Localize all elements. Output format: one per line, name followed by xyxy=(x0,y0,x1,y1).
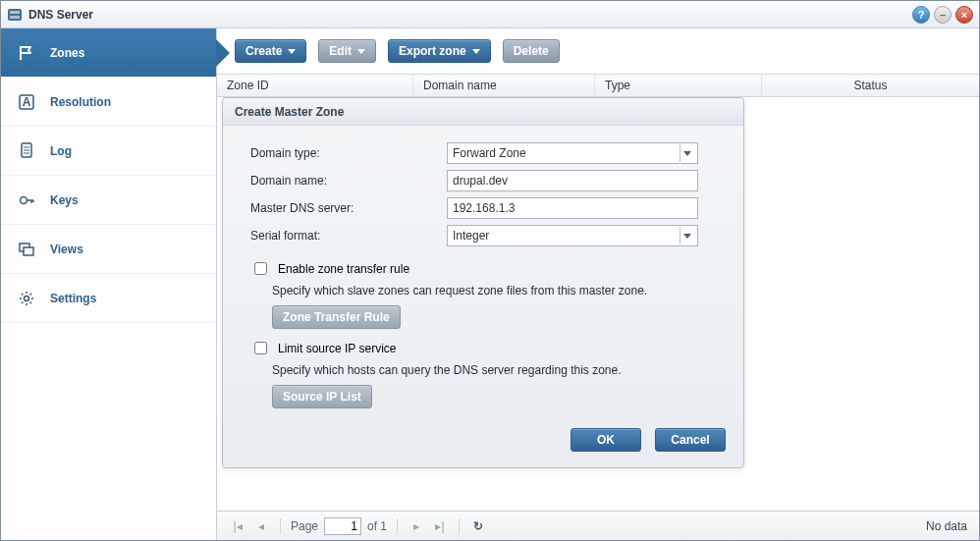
separator xyxy=(459,518,460,534)
grid-body: Create Master Zone Domain type: Forward … xyxy=(217,97,979,511)
refresh-button[interactable]: ↻ xyxy=(469,517,487,535)
views-icon xyxy=(17,240,36,259)
separator xyxy=(280,518,281,534)
domain-name-label: Domain name: xyxy=(250,174,447,188)
zone-transfer-rule-label: Zone Transfer Rule xyxy=(283,310,390,324)
sidebar-item-views[interactable]: Views xyxy=(1,225,216,274)
column-type[interactable]: Type xyxy=(595,75,762,96)
titlebar-buttons: ? – × xyxy=(912,6,973,24)
serial-format-select[interactable]: Integer xyxy=(447,225,698,246)
resolution-icon: A xyxy=(17,92,36,112)
page-label: Page xyxy=(291,519,318,533)
limit-source-ip-label: Limit source IP service xyxy=(278,342,397,355)
create-button-label: Create xyxy=(245,44,282,58)
first-page-button: |◂ xyxy=(229,517,246,535)
svg-rect-0 xyxy=(8,9,22,21)
svg-point-9 xyxy=(21,196,27,203)
toolbar: Create Edit Export zone Delete xyxy=(217,28,979,74)
sidebar-item-label: Keys xyxy=(50,193,79,207)
separator xyxy=(397,518,398,534)
ok-button-label: OK xyxy=(597,433,615,447)
delete-button-label: Delete xyxy=(514,44,549,58)
domain-type-label: Domain type: xyxy=(250,146,447,160)
svg-point-12 xyxy=(25,296,29,300)
main-panel: Create Edit Export zone Delete Zone ID D… xyxy=(217,28,979,540)
page-number-input[interactable] xyxy=(324,517,361,535)
domain-name-input[interactable] xyxy=(447,170,698,191)
statusbar: |◂ ◂ Page of 1 ▸ ▸| ↻ No data xyxy=(217,511,979,540)
limit-source-ip-checkbox[interactable] xyxy=(254,342,267,354)
column-status[interactable]: Status xyxy=(762,75,979,96)
serial-format-label: Serial format: xyxy=(250,229,447,243)
ok-button[interactable]: OK xyxy=(571,428,641,452)
app-icon xyxy=(7,7,23,23)
master-dns-input[interactable] xyxy=(447,197,698,219)
edit-button-label: Edit xyxy=(329,44,352,58)
domain-type-value: Forward Zone xyxy=(453,146,526,160)
edit-button[interactable]: Edit xyxy=(318,39,376,63)
no-data-label: No data xyxy=(926,519,967,533)
sidebar-item-label: Log xyxy=(50,144,72,158)
column-domain-name[interactable]: Domain name xyxy=(413,75,595,96)
sidebar-item-label: Settings xyxy=(50,292,96,305)
last-page-button: ▸| xyxy=(431,517,449,535)
close-button[interactable]: × xyxy=(955,6,973,24)
window-title: DNS Server xyxy=(28,8,912,22)
titlebar: DNS Server ? – × xyxy=(1,1,979,28)
chevron-down-icon xyxy=(680,144,693,162)
master-dns-label: Master DNS server: xyxy=(250,201,447,215)
source-ip-list-button[interactable]: Source IP List xyxy=(272,385,372,408)
sidebar-item-log[interactable]: Log xyxy=(1,127,216,176)
svg-rect-2 xyxy=(10,16,20,19)
gear-icon xyxy=(17,289,36,308)
create-master-zone-dialog: Create Master Zone Domain type: Forward … xyxy=(222,97,744,468)
sidebar-item-label: Resolution xyxy=(50,95,111,109)
serial-format-value: Integer xyxy=(453,229,489,243)
svg-text:A: A xyxy=(23,95,31,109)
enable-zone-transfer-checkbox[interactable] xyxy=(254,262,267,275)
svg-rect-11 xyxy=(24,247,33,255)
sidebar-item-settings[interactable]: Settings xyxy=(1,274,216,323)
cancel-button[interactable]: Cancel xyxy=(655,428,726,452)
cancel-button-label: Cancel xyxy=(671,433,709,447)
page-of-label: of 1 xyxy=(367,519,387,533)
app-window: DNS Server ? – × Zones A Resolution Log xyxy=(0,0,980,541)
flag-icon xyxy=(17,43,36,63)
svg-rect-1 xyxy=(10,11,20,14)
sidebar-item-resolution[interactable]: A Resolution xyxy=(1,78,216,127)
zone-transfer-description: Specify which slave zones can request zo… xyxy=(272,284,716,298)
create-button[interactable]: Create xyxy=(235,39,306,63)
export-zone-button[interactable]: Export zone xyxy=(388,39,491,63)
domain-type-select[interactable]: Forward Zone xyxy=(447,142,698,164)
sidebar-item-keys[interactable]: Keys xyxy=(1,176,216,225)
export-zone-label: Export zone xyxy=(399,44,466,58)
help-button[interactable]: ? xyxy=(912,6,930,24)
zone-transfer-rule-button[interactable]: Zone Transfer Rule xyxy=(272,305,401,329)
chevron-down-icon xyxy=(288,49,296,54)
prev-page-button: ◂ xyxy=(252,517,270,535)
column-zone-id[interactable]: Zone ID xyxy=(217,75,413,96)
enable-zone-transfer-label: Enable zone transfer rule xyxy=(278,262,409,276)
sidebar-item-label: Zones xyxy=(50,46,84,60)
log-icon xyxy=(17,141,36,161)
sidebar: Zones A Resolution Log Keys Views Settin… xyxy=(1,28,217,540)
chevron-down-icon xyxy=(680,227,693,244)
next-page-button: ▸ xyxy=(408,517,425,535)
sidebar-item-label: Views xyxy=(50,243,83,256)
source-ip-list-label: Source IP List xyxy=(283,390,361,404)
minimize-button[interactable]: – xyxy=(934,6,952,24)
dialog-title: Create Master Zone xyxy=(223,98,743,126)
chevron-down-icon xyxy=(357,49,365,54)
limit-source-description: Specify which hosts can query the DNS se… xyxy=(272,363,716,377)
key-icon xyxy=(17,190,36,210)
grid-header: Zone ID Domain name Type Status xyxy=(217,74,979,97)
sidebar-item-zones[interactable]: Zones xyxy=(1,28,216,78)
delete-button[interactable]: Delete xyxy=(503,39,560,63)
chevron-down-icon xyxy=(472,49,480,54)
